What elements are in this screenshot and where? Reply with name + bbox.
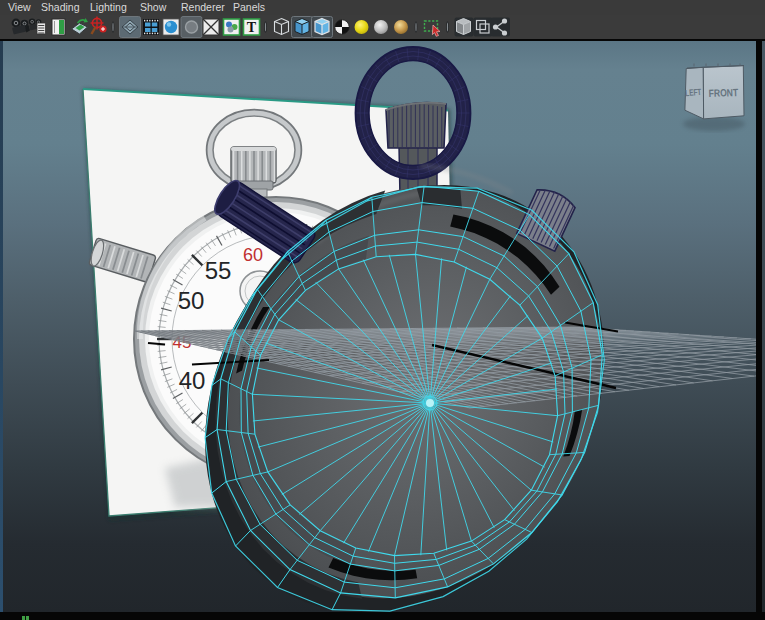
svg-text:40: 40 <box>179 367 206 394</box>
svg-text:50: 50 <box>178 287 205 314</box>
svg-text:55: 55 <box>205 257 232 284</box>
svg-text:LEFT: LEFT <box>685 87 702 99</box>
svg-text:60: 60 <box>243 245 263 265</box>
svg-text:FRONT: FRONT <box>708 86 738 99</box>
